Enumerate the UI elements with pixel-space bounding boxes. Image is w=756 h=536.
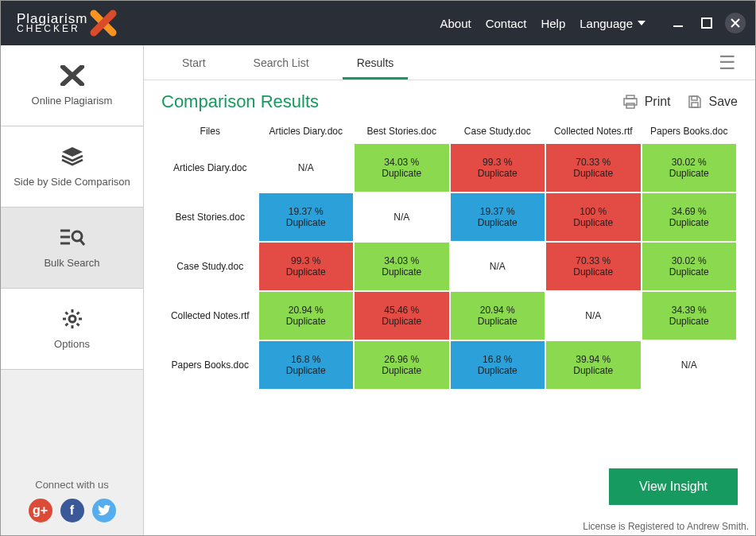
print-icon xyxy=(622,94,638,110)
svg-line-13 xyxy=(76,324,79,326)
comparison-cell[interactable]: 16.8 %Duplicate xyxy=(258,340,355,390)
svg-point-5 xyxy=(72,231,82,241)
language-label: Language xyxy=(580,17,633,30)
close-button[interactable] xyxy=(725,13,746,33)
row-header: Best Stories.doc xyxy=(162,192,258,242)
comparison-cell[interactable]: N/A xyxy=(258,143,355,192)
comparison-cell[interactable]: 16.8 %Duplicate xyxy=(450,340,546,390)
tab-results[interactable]: Results xyxy=(333,45,418,80)
comparison-cell[interactable]: 99.3 %Duplicate xyxy=(450,143,546,192)
svg-line-12 xyxy=(65,313,68,315)
menu-help[interactable]: Help xyxy=(541,17,565,30)
sidebar-item-label: Online Plagiarism xyxy=(32,95,113,107)
sidebar-item-label: Bulk Search xyxy=(44,257,99,269)
row-header: Case Study.doc xyxy=(162,242,258,291)
svg-line-15 xyxy=(65,324,68,326)
comparison-cell[interactable]: N/A xyxy=(354,192,450,242)
sidebar-item-side-by-side[interactable]: Side by Side Comparison xyxy=(1,126,143,208)
comparison-table: Files Articles Diary.docBest Stories.doc… xyxy=(161,118,738,390)
sidebar: Online Plagiarism Side by Side Compariso… xyxy=(1,45,144,535)
tab-bar: Start Search List Results ☰ xyxy=(144,45,755,80)
page-title: Comparison Results xyxy=(161,91,319,112)
comparison-cell[interactable]: N/A xyxy=(450,242,546,291)
comparison-cell[interactable]: 20.94 %Duplicate xyxy=(450,291,546,340)
comparison-cell[interactable]: 30.02 %Duplicate xyxy=(642,143,738,192)
save-icon xyxy=(687,94,703,110)
google-plus-icon[interactable]: g+ xyxy=(29,499,52,522)
sidebar-item-online-plagiarism[interactable]: Online Plagiarism xyxy=(1,45,143,126)
print-label: Print xyxy=(645,95,671,109)
sidebar-item-options[interactable]: Options xyxy=(1,289,143,370)
svg-rect-18 xyxy=(626,103,634,108)
table-row: Papers Books.doc16.8 %Duplicate26.96 %Du… xyxy=(162,340,737,390)
connect-label: Connect with us xyxy=(1,479,143,491)
svg-rect-19 xyxy=(692,96,697,100)
logo-x-icon xyxy=(89,9,118,37)
maximize-button[interactable] xyxy=(696,13,717,33)
comparison-cell[interactable]: N/A xyxy=(545,291,642,340)
comparison-cell[interactable]: 99.3 %Duplicate xyxy=(258,242,355,291)
sidebar-item-label: Side by Side Comparison xyxy=(14,176,130,188)
menu-about[interactable]: About xyxy=(440,17,471,30)
svg-line-6 xyxy=(80,240,84,245)
comparison-cell[interactable]: 100 %Duplicate xyxy=(545,192,642,242)
menu-contact[interactable]: Contact xyxy=(486,17,527,30)
save-label: Save xyxy=(709,95,738,109)
tab-search-list[interactable]: Search List xyxy=(230,45,333,80)
column-header: Case Study.doc xyxy=(450,119,546,143)
comparison-cell[interactable]: 39.94 %Duplicate xyxy=(545,340,642,390)
comparison-cell[interactable]: 34.03 %Duplicate xyxy=(354,143,450,192)
column-header: Papers Books.doc xyxy=(642,119,738,143)
license-text: License is Registered to Andrew Smith. xyxy=(144,519,755,535)
menu-language[interactable]: Language xyxy=(580,17,646,30)
comparison-cell[interactable]: 30.02 %Duplicate xyxy=(642,242,738,291)
x-icon xyxy=(60,64,84,87)
title-bar: Plagiarism Checker About Contact Help La… xyxy=(1,1,755,45)
svg-line-14 xyxy=(76,313,79,315)
list-search-icon xyxy=(59,227,86,249)
svg-rect-1 xyxy=(702,18,711,28)
tab-start[interactable]: Start xyxy=(158,45,230,80)
connect-section: Connect with us g+ f xyxy=(1,468,143,535)
comparison-cell[interactable]: N/A xyxy=(642,340,738,390)
svg-point-7 xyxy=(69,316,76,322)
table-row: Best Stories.doc19.37 %DuplicateN/A19.37… xyxy=(162,192,737,242)
save-button[interactable]: Save xyxy=(687,94,738,110)
comparison-cell[interactable]: 20.94 %Duplicate xyxy=(258,291,355,340)
comparison-cell[interactable]: 70.33 %Duplicate xyxy=(545,242,642,291)
svg-rect-20 xyxy=(692,103,698,107)
comparison-cell[interactable]: 70.33 %Duplicate xyxy=(545,143,642,192)
table-row: Case Study.doc99.3 %Duplicate34.03 %Dupl… xyxy=(162,242,737,291)
print-button[interactable]: Print xyxy=(622,94,671,110)
facebook-icon[interactable]: f xyxy=(60,499,84,522)
app-logo: Plagiarism Checker xyxy=(17,9,118,37)
comparison-cell[interactable]: 45.46 %Duplicate xyxy=(354,291,450,340)
files-header: Files xyxy=(162,119,258,143)
comparison-cell[interactable]: 34.03 %Duplicate xyxy=(354,242,450,291)
column-header: Best Stories.doc xyxy=(354,119,450,143)
column-header: Collected Notes.rtf xyxy=(545,119,642,143)
column-header: Articles Diary.doc xyxy=(258,119,355,143)
minimize-button[interactable] xyxy=(668,13,688,33)
layers-icon xyxy=(60,146,84,168)
twitter-icon[interactable] xyxy=(92,499,116,522)
table-row: Collected Notes.rtf20.94 %Duplicate45.46… xyxy=(162,291,737,340)
svg-rect-0 xyxy=(673,25,683,27)
row-header: Collected Notes.rtf xyxy=(162,291,258,340)
comparison-cell[interactable]: 34.69 %Duplicate xyxy=(642,192,738,242)
sidebar-item-label: Options xyxy=(54,338,90,350)
row-header: Articles Diary.doc xyxy=(162,143,258,192)
comparison-cell[interactable]: 34.39 %Duplicate xyxy=(642,291,738,340)
hamburger-menu-icon[interactable]: ☰ xyxy=(719,45,741,80)
comparison-cell[interactable]: 19.37 %Duplicate xyxy=(258,192,355,242)
sidebar-item-bulk-search[interactable]: Bulk Search xyxy=(1,208,143,289)
comparison-cell[interactable]: 19.37 %Duplicate xyxy=(450,192,546,242)
chevron-down-icon xyxy=(638,21,646,25)
comparison-cell[interactable]: 26.96 %Duplicate xyxy=(354,340,450,390)
row-header: Papers Books.doc xyxy=(162,340,258,390)
view-insight-button[interactable]: View Insight xyxy=(609,468,738,505)
gear-icon xyxy=(62,308,83,330)
table-row: Articles Diary.docN/A34.03 %Duplicate99.… xyxy=(162,143,737,192)
